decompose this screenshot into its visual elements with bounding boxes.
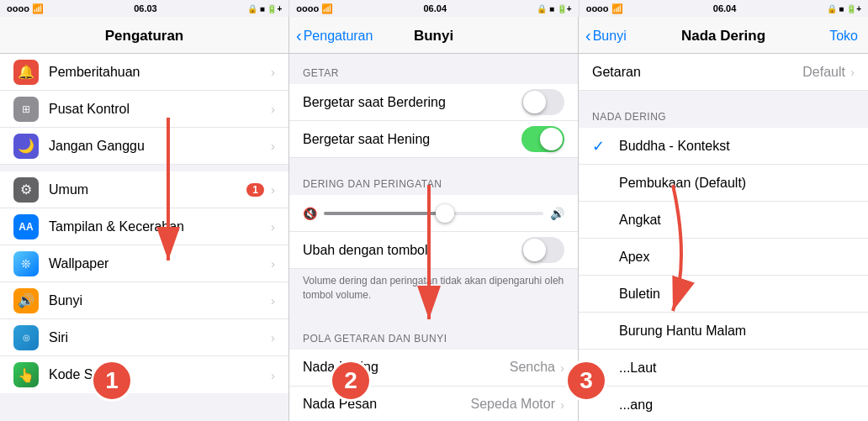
status-right-2: 🔒 ■ 🔋+ bbox=[537, 4, 571, 13]
settings-item-ubah[interactable]: Ubah dengan tombol bbox=[289, 232, 578, 269]
ringtone-item-laut[interactable]: ✓ ...Laut bbox=[579, 350, 868, 387]
settings-item-getar-hen[interactable]: Bergetar saat Hening bbox=[289, 121, 578, 158]
dnd-icon: 🌙 bbox=[13, 134, 39, 159]
display-chevron: › bbox=[271, 219, 275, 234]
nada-back-button[interactable]: ‹ Bunyi bbox=[585, 26, 627, 45]
passcode-icon: 👆 bbox=[13, 362, 39, 387]
separator-nd bbox=[579, 91, 868, 97]
settings-item-getaran[interactable]: Getaran Default › bbox=[579, 54, 868, 91]
ringtone-check-buletin: ✓ bbox=[592, 285, 609, 303]
ringtone-check-apex: ✓ bbox=[592, 248, 609, 266]
nada-back-chevron: ‹ bbox=[585, 26, 591, 45]
siri-chevron: › bbox=[271, 330, 275, 345]
settings-list-1: 🔔 Pemberitahuan › ⊞ Pusat Kontrol › 🌙 Ja… bbox=[0, 54, 288, 421]
settings-item-siri[interactable]: ◎ Siri › bbox=[0, 319, 288, 356]
ringtone-check-buddha: ✓ bbox=[592, 137, 609, 155]
umum-label: Umum bbox=[49, 182, 246, 197]
dnd-chevron: › bbox=[271, 139, 275, 153]
status-right-1: 🔒 ■ 🔋+ bbox=[247, 4, 282, 13]
status-bars: oooo 📶 06.03 🔒 ■ 🔋+ oooo 📶 06.04 🔒 ■ 🔋+ … bbox=[0, 0, 868, 17]
separator-dering bbox=[289, 158, 578, 165]
status-left-1: oooo 📶 bbox=[7, 3, 44, 14]
nada-pesan-chevron: › bbox=[560, 397, 564, 412]
settings-item-nada-pesan[interactable]: Nada Pesan Sepeda Motor › bbox=[289, 387, 578, 421]
ringtone-name-buddha: Buddha - Kontekst bbox=[619, 139, 855, 154]
control-icon: ⊞ bbox=[13, 97, 39, 122]
umum-chevron: › bbox=[271, 182, 275, 197]
ubah-toggle[interactable] bbox=[521, 237, 564, 263]
ringtone-name-angkat: Angkat bbox=[619, 213, 855, 228]
ringtone-item-angkat[interactable]: ✓ Angkat bbox=[579, 202, 868, 239]
nada-dering-label: Nada Dering bbox=[303, 360, 510, 375]
volume-slider[interactable] bbox=[324, 212, 543, 215]
umum-icon: ⚙ bbox=[13, 177, 39, 203]
nada-pesan-label: Nada Pesan bbox=[303, 397, 470, 412]
getaran-chevron: › bbox=[850, 65, 855, 79]
ringtone-item-pembukaan[interactable]: ✓ Pembukaan (Default) bbox=[579, 165, 868, 202]
control-label: Pusat Kontrol bbox=[49, 102, 271, 117]
getar-berd-knob bbox=[523, 91, 546, 113]
ringtone-name-apex: Apex bbox=[619, 250, 855, 265]
settings-item-bunyi[interactable]: 🔊 Bunyi › bbox=[0, 282, 288, 319]
nada-dering-value: Sencha bbox=[510, 360, 555, 375]
ubah-label: Ubah dengan tombol bbox=[303, 243, 521, 258]
getar-berd-toggle[interactable] bbox=[521, 89, 564, 115]
settings-item-control[interactable]: ⊞ Pusat Kontrol › bbox=[0, 91, 288, 128]
volume-icon-high: 🔊 bbox=[550, 207, 564, 220]
notif-label: Pemberitahuan bbox=[49, 65, 271, 80]
panels-wrapper: Pengaturan 🔔 Pemberitahuan › ⊞ Pusat Kon… bbox=[0, 17, 868, 421]
settings-item-dnd[interactable]: 🌙 Jangan Ganggu › bbox=[0, 128, 288, 165]
volume-thumb bbox=[436, 204, 454, 223]
status-left-2: oooo 📶 bbox=[296, 3, 333, 14]
bunyi-back-label: Pengaturan bbox=[304, 29, 373, 44]
ringtone-item-ang[interactable]: ✓ ...ang bbox=[579, 387, 868, 421]
nada-dering-header: NADA DERING bbox=[579, 97, 868, 128]
toko-button[interactable]: Toko bbox=[829, 29, 858, 44]
status-time-2: 06.04 bbox=[423, 3, 447, 13]
bunyi-back-button[interactable]: ‹ Pengaturan bbox=[296, 26, 373, 45]
volume-fill bbox=[324, 212, 445, 215]
settings-item-umum[interactable]: ⚙ Umum 1 › bbox=[0, 171, 288, 208]
wallpaper-label: Wallpaper bbox=[49, 256, 271, 271]
status-time-3: 06.04 bbox=[713, 3, 737, 13]
ringtone-item-apex[interactable]: ✓ Apex bbox=[579, 239, 868, 276]
nada-back-label: Bunyi bbox=[593, 29, 627, 44]
ringtone-name-buletin: Buletin bbox=[619, 287, 855, 302]
pola-header: POLA GETARAN DAN BUNYI bbox=[289, 319, 578, 350]
settings-item-wallpaper[interactable]: ❊ Wallpaper › bbox=[0, 245, 288, 282]
settings-item-display[interactable]: AA Tampilan & Kecerahan › bbox=[0, 208, 288, 245]
display-icon: AA bbox=[13, 214, 39, 239]
ringtone-item-burung[interactable]: ✓ Burung Hantu Malam bbox=[579, 313, 868, 350]
passcode-chevron: › bbox=[271, 368, 275, 382]
separator-pola bbox=[289, 313, 578, 319]
getar-hen-toggle[interactable] bbox=[521, 126, 564, 152]
ringtone-check-pembukaan: ✓ bbox=[592, 174, 609, 192]
status-bar-3: oooo 📶 06.04 🔒 ■ 🔋+ bbox=[579, 0, 868, 17]
status-right-3: 🔒 ■ 🔋+ bbox=[827, 4, 861, 13]
settings-item-passcode[interactable]: 👆 Kode Sandi › bbox=[0, 356, 288, 393]
ringtone-check-burung: ✓ bbox=[592, 322, 609, 340]
panel-nada-dering: ‹ Bunyi Nada Dering Toko Getaran Default… bbox=[579, 17, 868, 421]
ringtone-item-buletin[interactable]: ✓ Buletin bbox=[579, 276, 868, 313]
panels: Pengaturan 🔔 Pemberitahuan › ⊞ Pusat Kon… bbox=[0, 17, 868, 421]
dnd-label: Jangan Ganggu bbox=[49, 139, 271, 154]
volume-icon-low: 🔇 bbox=[303, 207, 317, 220]
bunyi-icon: 🔊 bbox=[13, 288, 39, 313]
settings-item-notif[interactable]: 🔔 Pemberitahuan › bbox=[0, 54, 288, 91]
settings-item-getar-berd[interactable]: Bergetar saat Berdering bbox=[289, 84, 578, 121]
ringtone-check-laut: ✓ bbox=[592, 359, 609, 377]
ringtone-check-ang: ✓ bbox=[592, 396, 609, 414]
nada-dering-chevron: › bbox=[560, 360, 564, 375]
siri-label: Siri bbox=[49, 330, 271, 345]
dering-footer: Volume dering dan peringatan tidak akan … bbox=[289, 269, 578, 313]
panel2-title: Bunyi bbox=[414, 28, 453, 45]
dering-header: DERING DAN PERINGATAN bbox=[289, 165, 578, 195]
ringtone-check-angkat: ✓ bbox=[592, 211, 609, 229]
ringtone-item-buddha[interactable]: ✓ Buddha - Kontekst bbox=[579, 128, 868, 165]
nav-bar-pengaturan: Pengaturan bbox=[0, 17, 288, 54]
volume-row: 🔇 🔊 bbox=[289, 195, 578, 232]
getaran-value: Default bbox=[802, 65, 845, 80]
nav-bar-bunyi: ‹ Pengaturan Bunyi bbox=[289, 17, 578, 54]
settings-item-nada-dering[interactable]: Nada Dering Sencha › bbox=[289, 350, 578, 387]
panel3-title: Nada Dering bbox=[681, 28, 765, 45]
